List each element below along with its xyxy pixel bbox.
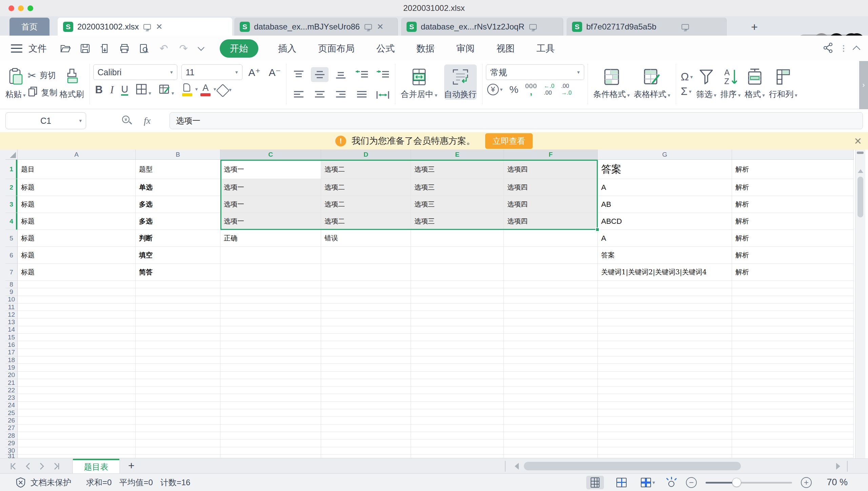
cell-H25[interactable] (732, 409, 854, 417)
bold-button[interactable]: B (95, 84, 103, 96)
cell-E29[interactable] (411, 439, 504, 447)
row-header-3[interactable]: 3 (5, 196, 18, 213)
cell-B21[interactable] (136, 379, 220, 387)
cell-D10[interactable] (321, 296, 411, 303)
column-header-C[interactable]: C (220, 150, 321, 160)
rows-cols-button[interactable]: 行和列▾ (769, 64, 797, 100)
cell-E25[interactable] (411, 409, 504, 417)
cell-G6[interactable]: 答案 (598, 247, 732, 264)
cell-F11[interactable] (504, 303, 598, 311)
cell-E11[interactable] (411, 303, 504, 311)
cell-A18[interactable] (18, 356, 136, 364)
cell-F13[interactable] (504, 318, 598, 326)
cell-C17[interactable] (220, 349, 321, 356)
row-header-13[interactable]: 13 (5, 318, 18, 326)
eraser-button[interactable]: ▾ (218, 84, 232, 95)
cell-A14[interactable] (18, 326, 136, 334)
cell-F20[interactable] (504, 372, 598, 379)
tab-review[interactable]: 审阅 (454, 40, 477, 57)
cell-H31[interactable] (732, 455, 854, 458)
cell-B10[interactable] (136, 296, 220, 303)
search-icon[interactable]: ¥ (122, 116, 132, 126)
cell-B17[interactable] (136, 349, 220, 356)
tab-formulas[interactable]: 公式 (374, 40, 397, 57)
cell-G14[interactable] (598, 326, 732, 334)
cell-B31[interactable] (136, 455, 220, 458)
home-tab[interactable]: 首页 (9, 18, 50, 36)
cell-C15[interactable] (220, 334, 321, 341)
cell-H2[interactable]: 解析 (732, 179, 854, 196)
row-header-11[interactable]: 11 (5, 303, 18, 311)
cell-E7[interactable] (411, 264, 504, 281)
cell-F27[interactable] (504, 425, 598, 432)
cell-A25[interactable] (18, 409, 136, 417)
wrap-text-button[interactable]: 自动换行 (444, 64, 477, 100)
cell-H3[interactable]: 解析 (732, 196, 854, 213)
sort-button[interactable]: AZ 排序▾ (721, 64, 741, 100)
cell-D24[interactable] (321, 402, 411, 409)
cell-A23[interactable] (18, 394, 136, 401)
cell-E24[interactable] (411, 402, 504, 409)
cell-D2[interactable]: 选项二 (321, 179, 411, 196)
close-tab-icon[interactable]: ✕ (156, 22, 162, 32)
cell-F21[interactable] (504, 379, 598, 387)
zoom-slider-thumb[interactable] (732, 478, 741, 487)
tab-page-layout[interactable]: 页面布局 (316, 40, 357, 57)
cell-G7[interactable]: 关键词1|关键词2|关键词3|关键词4 (598, 264, 732, 281)
cell-H9[interactable] (732, 288, 854, 296)
cell-C25[interactable] (220, 409, 321, 417)
cell-H30[interactable] (732, 447, 854, 455)
cell-F10[interactable] (504, 296, 598, 303)
row-header-26[interactable]: 26 (5, 417, 18, 424)
horizontal-scroll-thumb[interactable] (524, 462, 741, 470)
new-tab-button[interactable]: + (751, 20, 758, 34)
select-all-corner[interactable] (5, 150, 18, 160)
autosum-button[interactable]: Σ▾ (681, 85, 693, 98)
row-header-28[interactable]: 28 (5, 432, 18, 439)
symbol-button[interactable]: Ω▾ (681, 71, 693, 83)
filter-button[interactable]: 筛选▾ (696, 64, 716, 100)
cell-D27[interactable] (321, 425, 411, 432)
cell-C6[interactable] (220, 247, 321, 264)
cell-F14[interactable] (504, 326, 598, 334)
cell-E21[interactable] (411, 379, 504, 387)
cell-H27[interactable] (732, 425, 854, 432)
cell-A26[interactable] (18, 417, 136, 424)
cell-C23[interactable] (220, 394, 321, 401)
row-header-24[interactable]: 24 (5, 402, 18, 409)
format-painter-button[interactable]: 格式刷 (60, 64, 84, 100)
cell-F9[interactable] (504, 288, 598, 296)
cell-B30[interactable] (136, 447, 220, 455)
cell-B14[interactable] (136, 326, 220, 334)
cell-D6[interactable] (321, 247, 411, 264)
percent-button[interactable]: % (509, 84, 518, 95)
cell-C10[interactable] (220, 296, 321, 303)
cell-A13[interactable] (18, 318, 136, 326)
cell-G20[interactable] (598, 372, 732, 379)
cell-F2[interactable]: 选项四 (504, 179, 598, 196)
cell-A20[interactable] (18, 372, 136, 379)
cell-B25[interactable] (136, 409, 220, 417)
cell-D25[interactable] (321, 409, 411, 417)
cell-E15[interactable] (411, 334, 504, 341)
cell-G13[interactable] (598, 318, 732, 326)
font-color-button[interactable]: A▾ (200, 83, 211, 96)
cell-A4[interactable]: 标题 (18, 213, 136, 230)
row-header-18[interactable]: 18 (5, 356, 18, 364)
cell-B5[interactable]: 判断 (136, 230, 220, 247)
cell-C19[interactable] (220, 364, 321, 371)
cell-G29[interactable] (598, 439, 732, 447)
cell-E18[interactable] (411, 356, 504, 364)
cell-D4[interactable]: 选项二 (321, 213, 411, 230)
row-header-21[interactable]: 21 (5, 379, 18, 387)
cell-H13[interactable] (732, 318, 854, 326)
cell-B9[interactable] (136, 288, 220, 296)
cell-D30[interactable] (321, 447, 411, 455)
cell-C22[interactable] (220, 387, 321, 394)
cell-C13[interactable] (220, 318, 321, 326)
cell-A31[interactable] (18, 455, 136, 458)
font-name-select[interactable]: Calibri▾ (93, 64, 177, 80)
first-sheet-icon[interactable] (9, 462, 17, 470)
conditional-format-button[interactable]: 条件格式▾ (593, 64, 630, 100)
cell-G1[interactable]: 答案 (598, 160, 732, 179)
